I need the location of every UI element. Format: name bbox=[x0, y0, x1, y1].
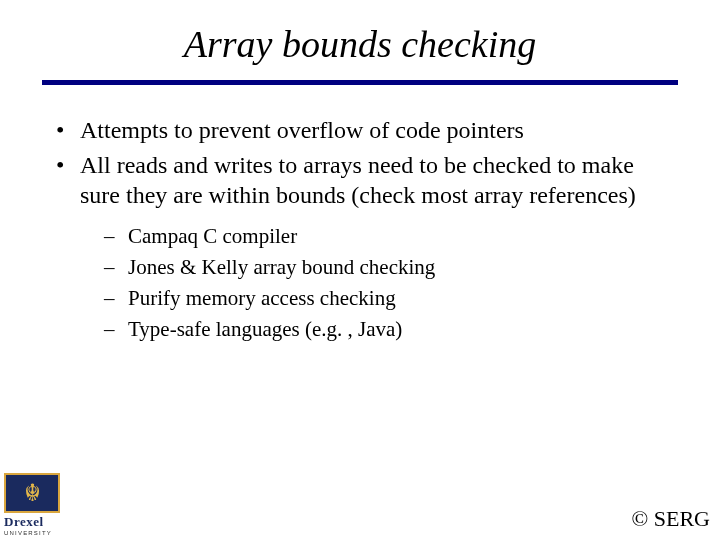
bullet-item: Attempts to prevent overflow of code poi… bbox=[50, 115, 670, 146]
sub-bullet-item: Campaq C compiler bbox=[100, 223, 670, 250]
logo-box: ☬ bbox=[4, 473, 60, 513]
bullet-text: Attempts to prevent overflow of code poi… bbox=[80, 117, 524, 143]
logo-subtext: UNIVERSITY bbox=[4, 530, 68, 536]
bullet-list: Attempts to prevent overflow of code poi… bbox=[50, 115, 670, 343]
sub-bullet-text: Campaq C compiler bbox=[128, 224, 297, 248]
bullet-item: All reads and writes to arrays need to b… bbox=[50, 150, 670, 343]
sub-bullet-text: Jones & Kelly array bound checking bbox=[128, 255, 435, 279]
slide-body: Attempts to prevent overflow of code poi… bbox=[0, 85, 720, 343]
copyright-text: © SERG bbox=[632, 506, 710, 532]
sub-bullet-item: Purify memory access checking bbox=[100, 285, 670, 312]
sub-bullet-list: Campaq C compiler Jones & Kelly array bo… bbox=[100, 223, 670, 343]
dragon-icon: ☬ bbox=[24, 481, 41, 505]
sub-bullet-item: Jones & Kelly array bound checking bbox=[100, 254, 670, 281]
sub-bullet-text: Type-safe languages (e.g. , Java) bbox=[128, 317, 402, 341]
slide: Array bounds checking Attempts to preven… bbox=[0, 0, 720, 540]
sub-bullet-text: Purify memory access checking bbox=[128, 286, 396, 310]
sub-bullet-item: Type-safe languages (e.g. , Java) bbox=[100, 316, 670, 343]
slide-title: Array bounds checking bbox=[0, 0, 720, 66]
logo-name: Drexel bbox=[4, 514, 68, 530]
bullet-text: All reads and writes to arrays need to b… bbox=[80, 152, 636, 209]
drexel-logo: ☬ Drexel UNIVERSITY bbox=[4, 473, 68, 536]
